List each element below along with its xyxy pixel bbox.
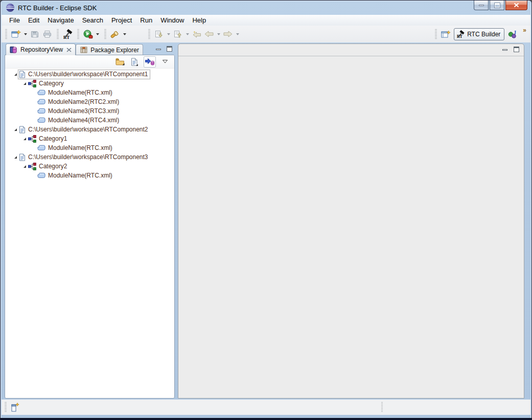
tree-item-content[interactable]: ModuleName4(RTC4.xml) bbox=[37, 116, 121, 125]
last-edit-location-icon bbox=[193, 31, 201, 38]
view-menu-button[interactable] bbox=[160, 56, 170, 68]
repository-view-body: C:\Users\builder\workspace\RTComponent1C… bbox=[5, 55, 175, 399]
tab-package-explorer[interactable]: Package Explorer bbox=[76, 44, 143, 55]
new-wizard-dropdown[interactable] bbox=[22, 28, 29, 40]
perspective-rtc-builder-button[interactable]: RT RTC Builder bbox=[454, 28, 504, 40]
print-button[interactable] bbox=[41, 28, 53, 40]
menu-item-navigate[interactable]: Navigate bbox=[43, 15, 78, 26]
previous-annotation-button[interactable] bbox=[172, 28, 184, 40]
toolbar-drag-handle[interactable] bbox=[148, 29, 150, 39]
tree-item-content[interactable]: ModuleName(RTC.xml) bbox=[37, 144, 114, 152]
tree-item-content[interactable]: ModuleName(RTC.xml) bbox=[37, 171, 114, 180]
expander-icon[interactable] bbox=[12, 152, 18, 162]
tree-item-content[interactable]: C:\Users\builder\workspace\RTComponent1 bbox=[18, 70, 150, 79]
import-repository-icon bbox=[145, 57, 155, 66]
close-button[interactable] bbox=[505, 1, 527, 10]
tree-item-label: C:\Users\builder\workspace\RTComponent2 bbox=[28, 126, 148, 133]
tree-item[interactable]: ModuleName4(RTC4.xml) bbox=[5, 116, 174, 125]
toolbar-drag-handle[interactable] bbox=[104, 29, 106, 39]
expander-icon[interactable] bbox=[21, 162, 28, 171]
tree-item-content[interactable]: Category1 bbox=[28, 135, 68, 143]
next-annotation-dropdown[interactable] bbox=[165, 28, 172, 40]
forward-arrow-icon bbox=[223, 31, 233, 37]
rtc-build-button[interactable]: RT bbox=[61, 28, 74, 40]
tree-item[interactable]: C:\Users\builder\workspace\RTComponent3 bbox=[5, 152, 174, 162]
perspective-more-icon[interactable]: » bbox=[523, 27, 526, 33]
tree-item-content[interactable]: C:\Users\builder\workspace\RTComponent3 bbox=[18, 153, 150, 162]
previous-annotation-dropdown[interactable] bbox=[184, 28, 191, 40]
menu-item-window[interactable]: Window bbox=[156, 15, 188, 26]
tree-item[interactable]: ModuleName(RTC.xml) bbox=[5, 143, 174, 152]
next-annotation-button[interactable] bbox=[153, 28, 165, 40]
tree-item[interactable]: ModuleName2(RTC2.xml) bbox=[5, 97, 174, 106]
menu-item-project[interactable]: Project bbox=[107, 15, 136, 26]
tree-item-content[interactable]: Category2 bbox=[28, 162, 68, 171]
back-button[interactable] bbox=[203, 28, 215, 40]
forward-dropdown[interactable] bbox=[234, 28, 241, 40]
tab-repositoryview[interactable]: RepositoryView bbox=[6, 43, 76, 55]
search-button[interactable] bbox=[109, 28, 121, 40]
panel-maximize-icon[interactable] bbox=[167, 46, 172, 52]
module-icon bbox=[37, 98, 45, 105]
run-button[interactable] bbox=[82, 28, 94, 40]
open-perspective-button[interactable] bbox=[440, 28, 452, 40]
editor-minimize-icon[interactable] bbox=[502, 49, 507, 51]
tree-item[interactable]: Category1 bbox=[5, 134, 174, 143]
repository-view-panel: RepositoryView Package Explorer bbox=[5, 43, 175, 399]
tree-item-content[interactable]: ModuleName3(RTC3.xml) bbox=[37, 107, 121, 116]
tree-item-content[interactable]: C:\Users\builder\workspace\RTComponent2 bbox=[18, 125, 150, 134]
tree-item-content[interactable]: Category bbox=[28, 79, 65, 88]
search-dropdown[interactable] bbox=[121, 28, 128, 40]
new-document-button[interactable] bbox=[129, 56, 140, 68]
toolbar-drag-handle[interactable] bbox=[435, 29, 437, 39]
window-titlebar[interactable]: RTC Builder - Eclipse SDK bbox=[1, 1, 531, 15]
expander-icon bbox=[31, 106, 37, 116]
expander-icon[interactable] bbox=[21, 134, 28, 143]
tree-item[interactable]: C:\Users\builder\workspace\RTComponent2 bbox=[5, 125, 174, 134]
tree-item[interactable]: ModuleName(RTC.xml) bbox=[5, 171, 174, 180]
last-edit-location-button[interactable] bbox=[191, 28, 203, 40]
fast-view-button[interactable] bbox=[10, 401, 21, 413]
import-repository-button[interactable] bbox=[144, 56, 156, 68]
expander-icon[interactable] bbox=[21, 79, 28, 88]
save-button[interactable] bbox=[29, 28, 41, 40]
menu-item-help[interactable]: Help bbox=[188, 15, 210, 26]
expander-icon[interactable] bbox=[12, 70, 18, 79]
minimize-button[interactable] bbox=[474, 1, 489, 10]
forward-button[interactable] bbox=[222, 28, 234, 40]
tree-item-content[interactable]: ModuleName(RTC.xml) bbox=[37, 89, 114, 97]
component-icon bbox=[19, 126, 26, 134]
tree-item-content[interactable]: ModuleName2(RTC2.xml) bbox=[37, 98, 121, 106]
category-icon bbox=[28, 80, 36, 87]
back-dropdown[interactable] bbox=[215, 28, 222, 40]
save-icon bbox=[31, 30, 39, 38]
toolbar-drag-handle[interactable] bbox=[5, 29, 7, 39]
expander-icon[interactable] bbox=[12, 125, 18, 134]
editor-maximize-icon[interactable] bbox=[514, 47, 519, 52]
new-wizard-button[interactable] bbox=[10, 28, 22, 40]
statusbar-drag-handle[interactable] bbox=[5, 402, 7, 412]
toolbar-drag-handle[interactable] bbox=[77, 29, 79, 39]
fast-view-icon bbox=[11, 403, 19, 412]
menu-item-edit[interactable]: Edit bbox=[24, 15, 43, 26]
java-perspective-button[interactable]: J bbox=[506, 28, 519, 40]
editor-area[interactable] bbox=[178, 43, 524, 399]
close-icon bbox=[514, 3, 519, 8]
menu-item-search[interactable]: Search bbox=[78, 15, 107, 26]
editor-controls bbox=[502, 47, 519, 52]
category-icon bbox=[28, 135, 36, 143]
tree-item[interactable]: ModuleName(RTC.xml) bbox=[5, 88, 174, 97]
tree-item[interactable]: C:\Users\builder\workspace\RTComponent1 bbox=[5, 70, 174, 79]
tree-item[interactable]: ModuleName3(RTC3.xml) bbox=[5, 106, 174, 116]
tab-label: Package Explorer bbox=[90, 47, 139, 54]
toolbar-drag-handle[interactable] bbox=[57, 29, 59, 39]
tab-close-icon[interactable] bbox=[66, 48, 72, 52]
maximize-button[interactable] bbox=[490, 1, 504, 10]
menu-item-file[interactable]: File bbox=[5, 15, 24, 26]
run-dropdown[interactable] bbox=[94, 28, 101, 40]
tree-item[interactable]: Category2 bbox=[5, 162, 174, 171]
new-folder-button[interactable] bbox=[115, 56, 125, 68]
panel-minimize-icon[interactable] bbox=[156, 49, 161, 50]
tree-item[interactable]: Category bbox=[5, 79, 174, 88]
menu-item-run[interactable]: Run bbox=[136, 15, 156, 26]
